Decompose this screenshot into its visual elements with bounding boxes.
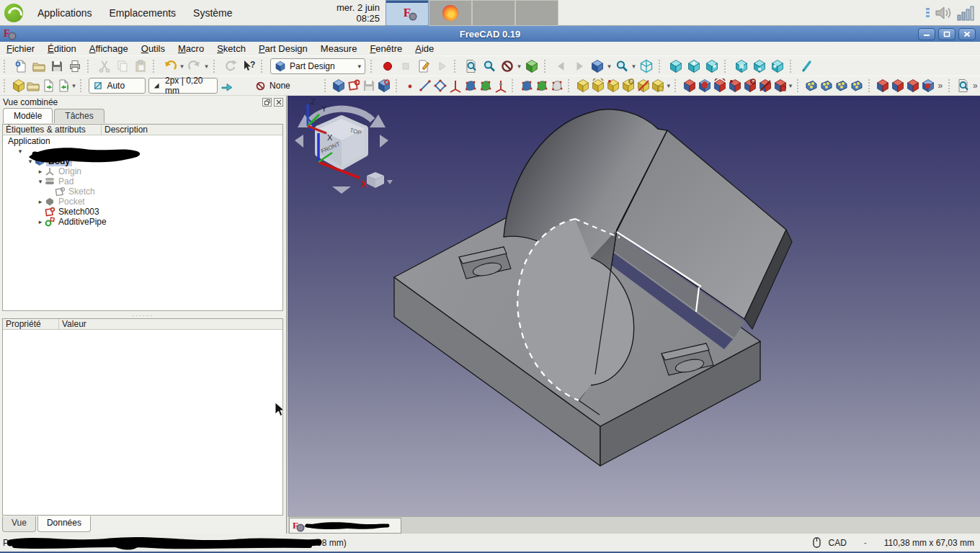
groove-button[interactable] [712,77,727,95]
view-front-button[interactable] [667,57,685,75]
tree-item-application[interactable]: Application [3,136,282,146]
macro-play-button[interactable] [432,57,450,75]
additive-loft-button[interactable] [605,77,620,95]
draw-style-auto-combo[interactable]: Auto [89,78,146,94]
undo-dropdown[interactable]: ▾ [179,63,185,70]
part-box-button[interactable] [11,77,26,95]
bounding-box-button[interactable] [522,57,540,75]
paste-button[interactable] [131,57,149,75]
line-width-combo[interactable]: 2px | 0,20 mm [148,78,218,94]
menu-outils[interactable]: Outils [135,42,172,55]
copy-button[interactable] [113,57,131,75]
view-isometric-button[interactable] [588,57,606,75]
maximize-button[interactable] [938,28,956,40]
network-signal-icon[interactable] [957,4,974,22]
appearance-button[interactable] [219,77,234,95]
view-left-button[interactable] [768,57,786,75]
tree-expander[interactable]: ▸ [36,168,45,175]
redo-dropdown[interactable]: ▾ [203,63,210,70]
tree-item-sketch[interactable]: Sketch [3,186,282,197]
revolution-button[interactable] [590,77,605,95]
toolbar-overflow-1[interactable]: » [935,81,945,91]
subtractive-helix-button[interactable] [757,77,772,95]
polar-pattern-button[interactable] [834,77,850,95]
sub-shape-binder-button[interactable] [534,77,549,95]
tab-taches[interactable]: Tâches [54,109,104,123]
window-titlebar[interactable]: F FreeCAD 0.19 [0,26,980,42]
menu-measure[interactable]: Measure [314,42,364,55]
edit-sketch-button[interactable] [362,77,377,95]
redo-button[interactable] [185,57,203,75]
view-right-button[interactable] [703,57,721,75]
selection-view-button[interactable] [498,57,516,75]
menu-affichage[interactable]: Affichage [83,42,135,55]
datum-coordinate-button[interactable] [447,77,463,95]
menu-macro[interactable]: Macro [172,42,210,55]
tree-expander[interactable]: ▾ [16,148,24,155]
tree-expander[interactable]: ▸ [36,198,45,205]
dock-float-button[interactable] [262,98,272,107]
datum-line-button[interactable] [478,77,493,95]
menu-aide[interactable]: Aide [409,42,440,55]
draft-button[interactable] [906,77,921,95]
additive-pipe-button[interactable] [620,77,636,95]
pocket-button[interactable] [682,77,698,95]
tree-item-pocket[interactable]: ▸Pocket [3,197,282,207]
menu-sketch[interactable]: Sketch [210,42,252,55]
new-document-button[interactable] [12,57,30,75]
nav-back-button[interactable] [552,57,570,75]
view-axonometric-button[interactable] [637,57,655,75]
additive-helix-button[interactable] [636,77,651,95]
export-dropdown[interactable]: ▾ [71,82,77,89]
hole-button[interactable] [697,77,712,95]
create-point-button[interactable] [403,77,418,95]
linear-pattern-button[interactable] [819,77,834,95]
view-bottom-button[interactable] [750,57,768,75]
workbench-selector[interactable]: Part Design ▾ [270,58,365,74]
macro-stop-button[interactable] [396,57,414,75]
taskbar-firefox-button[interactable] [429,0,472,26]
taskbar-empty-button-1[interactable] [472,0,515,26]
measure-distance-button[interactable] [798,57,816,75]
menu-emplacements[interactable]: Emplacements [101,0,185,25]
panel-splitter[interactable]: ······ [2,313,283,318]
tree-column-labels[interactable]: Étiquettes & attributs [3,125,102,135]
create-polyline-button[interactable] [433,77,448,95]
document-tab[interactable]: F [289,518,401,534]
dock-close-button[interactable] [274,98,283,107]
thickness-button[interactable] [920,77,935,95]
print-button[interactable] [66,57,84,75]
view-top-button[interactable] [685,57,703,75]
map-sketch-button[interactable] [377,77,392,95]
selection-filter-combo[interactable]: None [251,78,294,94]
tree-item-pad[interactable]: ▾Pad [3,176,282,186]
tab-modele[interactable]: Modèle [3,108,53,123]
distro-logo-icon[interactable] [4,4,23,22]
create-line-button[interactable] [418,77,433,95]
subtractive-primitive-button[interactable] [772,77,788,95]
fit-all-button[interactable] [462,57,480,75]
macro-edit-button[interactable] [414,57,432,75]
tree-expander[interactable]: ▾ [36,178,45,185]
view-rear-button[interactable] [732,57,750,75]
3d-viewport[interactable]: TOP FRONT Z X Z Y X [288,96,980,516]
tab-donnees[interactable]: Données [37,516,91,532]
datum-plane-button[interactable] [463,77,478,95]
property-column-value[interactable]: Valeur [59,319,282,329]
speaker-icon[interactable] [934,4,953,22]
measure-toggle-button[interactable] [956,77,971,95]
fit-selection-button[interactable] [480,57,498,75]
clone-button[interactable] [549,77,564,95]
subtractive-primitive-dropdown[interactable]: ▾ [788,82,793,89]
shape-binder-button[interactable] [519,77,534,95]
cut-button[interactable] [95,57,113,75]
menu-fenetre[interactable]: Fenêtre [363,42,409,55]
menu-fichier[interactable]: Fichier [0,42,41,55]
minimize-button[interactable] [918,28,935,40]
create-sketch-button[interactable] [347,77,362,95]
property-column-name[interactable]: Propriété [3,319,59,329]
macro-record-button[interactable] [378,57,396,75]
additive-primitive-dropdown[interactable]: ▾ [666,82,672,89]
subtractive-loft-button[interactable] [727,77,742,95]
open-document-button[interactable] [30,57,48,75]
